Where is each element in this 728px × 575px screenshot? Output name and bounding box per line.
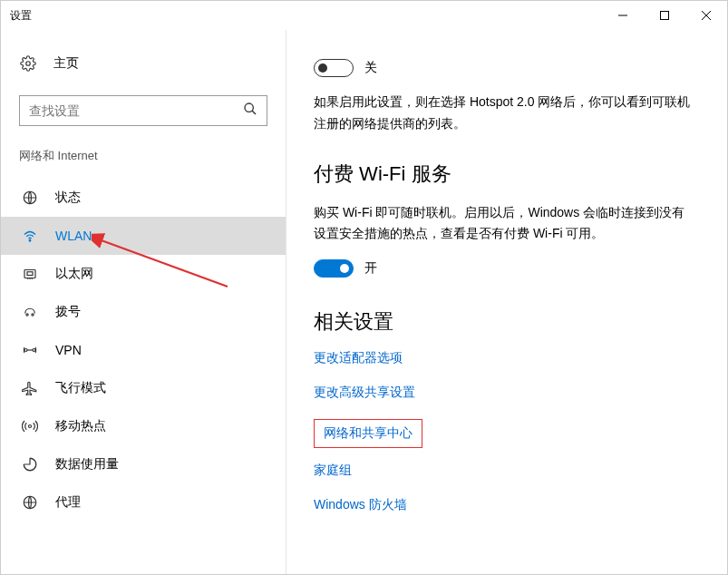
svg-rect-10 <box>27 272 33 276</box>
titlebar: 设置 <box>1 1 727 30</box>
nav-item-hotspot[interactable]: 移动热点 <box>1 407 286 445</box>
ethernet-icon <box>21 266 39 282</box>
svg-point-14 <box>26 314 28 316</box>
home-button[interactable]: 主页 <box>1 48 286 79</box>
svg-point-18 <box>29 425 32 428</box>
svg-point-8 <box>29 240 31 242</box>
nav-label: 飞行模式 <box>55 380 106 396</box>
paid-wifi-toggle[interactable] <box>314 259 354 278</box>
link-network-sharing-center[interactable]: 网络和共享中心 <box>324 425 413 442</box>
window-title: 设置 <box>10 8 32 24</box>
vpn-icon <box>21 342 39 358</box>
search-input[interactable] <box>29 103 243 118</box>
link-adapter-options[interactable]: 更改适配器选项 <box>314 350 700 366</box>
hotspot20-toggle[interactable] <box>314 59 354 77</box>
svg-rect-1 <box>661 12 669 20</box>
nav-label: 代理 <box>55 494 81 511</box>
nav-label: 数据使用量 <box>55 456 119 473</box>
svg-point-15 <box>32 314 34 316</box>
category-label: 网络和 Internet <box>1 148 286 164</box>
nav-label: 移动热点 <box>55 418 106 434</box>
nav-item-proxy[interactable]: 代理 <box>1 483 286 521</box>
sidebar: 主页 网络和 Internet 状态 WLAN 以太网 <box>1 30 286 575</box>
search-input-container[interactable] <box>19 95 267 126</box>
wifi-icon <box>21 228 39 244</box>
hotspot-icon <box>21 418 39 434</box>
nav-label: VPN <box>55 343 82 357</box>
paid-wifi-description: 购买 Wi-Fi 即可随时联机。启用以后，Windows 会临时连接到没有设置安… <box>314 202 694 246</box>
paid-wifi-title: 付费 Wi-Fi 服务 <box>314 161 700 188</box>
link-homegroup[interactable]: 家庭组 <box>314 463 700 479</box>
related-settings-title: 相关设置 <box>314 308 700 336</box>
search-icon <box>243 102 257 120</box>
link-advanced-sharing[interactable]: 更改高级共享设置 <box>314 385 700 401</box>
content-area: 关 如果启用此设置，则在选择 Hotspot 2.0 网络后，你可以看到可联机注… <box>286 30 727 575</box>
nav-label: WLAN <box>55 229 92 243</box>
close-button[interactable] <box>685 1 727 30</box>
nav-item-vpn[interactable]: VPN <box>1 331 286 369</box>
nav-label: 以太网 <box>55 266 93 282</box>
hotspot20-description: 如果启用此设置，则在选择 Hotspot 2.0 网络后，你可以看到可联机注册的… <box>314 92 694 135</box>
nav-item-datausage[interactable]: 数据使用量 <box>1 445 286 483</box>
nav-list: 状态 WLAN 以太网 拨号 VPN 飞行模式 <box>1 179 286 521</box>
toggle-state-label: 开 <box>364 260 377 277</box>
minimize-button[interactable] <box>602 1 644 30</box>
nav-label: 拨号 <box>55 304 81 320</box>
nav-item-airplane[interactable]: 飞行模式 <box>1 369 286 407</box>
svg-point-4 <box>26 62 31 66</box>
dialup-icon <box>21 304 39 320</box>
nav-item-status[interactable]: 状态 <box>1 179 286 217</box>
toggle-state-label: 关 <box>364 60 377 76</box>
nav-item-ethernet[interactable]: 以太网 <box>1 255 286 293</box>
home-label: 主页 <box>53 55 79 72</box>
svg-point-5 <box>245 103 253 112</box>
svg-point-16 <box>24 349 27 352</box>
nav-label: 状态 <box>55 190 81 206</box>
datausage-icon <box>21 456 39 473</box>
svg-rect-9 <box>24 270 35 278</box>
globe-icon <box>21 190 39 206</box>
gear-icon <box>19 55 37 72</box>
nav-item-dialup[interactable]: 拨号 <box>1 293 286 331</box>
link-firewall[interactable]: Windows 防火墙 <box>314 497 700 513</box>
svg-point-17 <box>33 349 35 352</box>
proxy-icon <box>21 494 39 511</box>
nav-item-wlan[interactable]: WLAN <box>1 217 286 255</box>
airplane-icon <box>21 380 39 396</box>
svg-line-6 <box>252 111 256 114</box>
maximize-button[interactable] <box>644 1 685 30</box>
